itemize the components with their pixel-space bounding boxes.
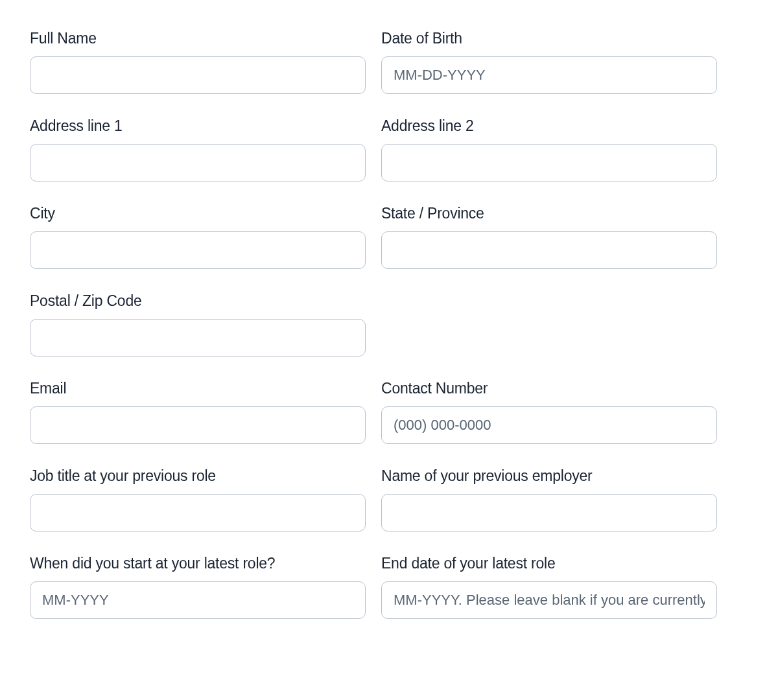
postal-label: Postal / Zip Code <box>30 292 366 310</box>
start-date-label: When did you start at your latest role? <box>30 555 366 572</box>
field-email: Email <box>30 380 366 444</box>
email-label: Email <box>30 380 366 397</box>
field-dob: Date of Birth <box>381 30 717 94</box>
field-address1: Address line 1 <box>30 117 366 181</box>
state-input[interactable] <box>381 231 717 269</box>
contact-input[interactable] <box>381 406 717 444</box>
job-title-input[interactable] <box>30 494 366 531</box>
address2-input[interactable] <box>381 144 717 181</box>
address2-label: Address line 2 <box>381 117 717 135</box>
field-end-date: End date of your latest role <box>381 555 717 619</box>
field-city: City <box>30 205 366 269</box>
email-input[interactable] <box>30 406 366 444</box>
end-date-label: End date of your latest role <box>381 555 717 572</box>
state-label: State / Province <box>381 205 717 222</box>
employer-input[interactable] <box>381 494 717 531</box>
city-label: City <box>30 205 366 222</box>
field-full-name: Full Name <box>30 30 366 94</box>
field-job-title: Job title at your previous role <box>30 467 366 531</box>
form-grid: Full Name Date of Birth Address line 1 A… <box>30 30 717 619</box>
address1-label: Address line 1 <box>30 117 366 135</box>
field-contact: Contact Number <box>381 380 717 444</box>
employer-label: Name of your previous employer <box>381 467 717 485</box>
field-employer: Name of your previous employer <box>381 467 717 531</box>
address1-input[interactable] <box>30 144 366 181</box>
contact-label: Contact Number <box>381 380 717 397</box>
start-date-input[interactable] <box>30 581 366 619</box>
dob-input[interactable] <box>381 56 717 94</box>
full-name-label: Full Name <box>30 30 366 47</box>
city-input[interactable] <box>30 231 366 269</box>
field-address2: Address line 2 <box>381 117 717 181</box>
field-start-date: When did you start at your latest role? <box>30 555 366 619</box>
field-postal: Postal / Zip Code <box>30 292 366 356</box>
end-date-input[interactable] <box>381 581 717 619</box>
dob-label: Date of Birth <box>381 30 717 47</box>
job-title-label: Job title at your previous role <box>30 467 366 485</box>
postal-input[interactable] <box>30 319 366 356</box>
empty-cell <box>381 292 717 356</box>
field-state: State / Province <box>381 205 717 269</box>
full-name-input[interactable] <box>30 56 366 94</box>
